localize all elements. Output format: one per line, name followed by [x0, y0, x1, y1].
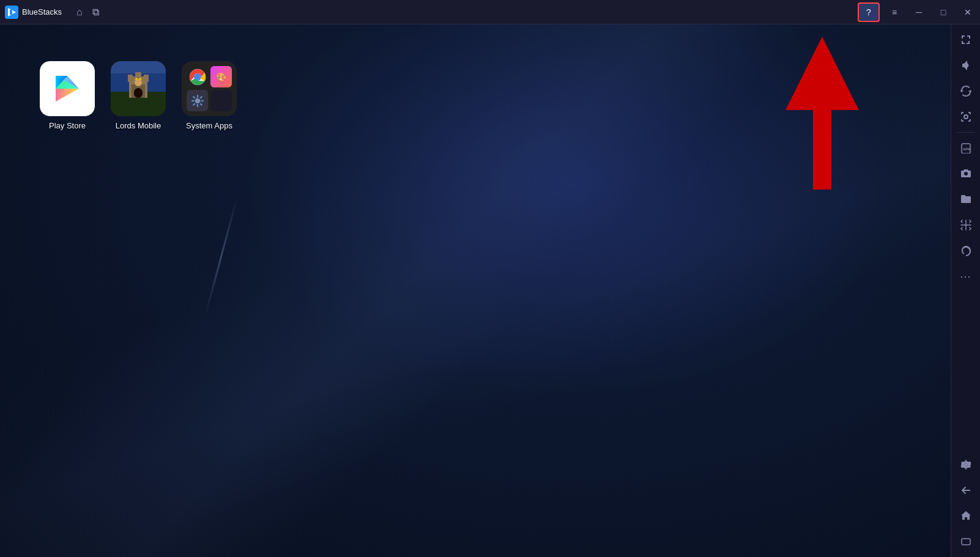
folder-sidebar-icon[interactable] — [954, 187, 978, 212]
titlebar: BlueStacks ⌂ ⧉ ? ≡ ─ □ ✕ — [0, 0, 980, 24]
lords-mobile-icon — [111, 61, 166, 116]
window-controls: ? ≡ ─ □ ✕ — [858, 0, 980, 24]
app-title: BlueStacks — [22, 7, 62, 17]
svg-point-21 — [195, 74, 201, 80]
svg-point-23 — [195, 98, 199, 103]
svg-rect-2 — [10, 10, 12, 15]
titlebar-nav: ⌂ ⧉ — [76, 7, 99, 18]
system-app4-mini — [210, 90, 232, 111]
app-grid: Play Store — [0, 24, 951, 168]
home-nav-icon[interactable]: ⌂ — [76, 7, 83, 18]
screenshot-icon[interactable] — [954, 105, 978, 129]
android-home-sidebar-icon[interactable] — [954, 504, 978, 528]
system-apps-label: System Apps — [186, 121, 232, 131]
system-settings-mini — [187, 90, 208, 111]
app-icon-play-store[interactable]: Play Store — [37, 61, 98, 131]
camera-sidebar-icon[interactable] — [954, 161, 978, 186]
play-store-label: Play Store — [49, 121, 86, 131]
svg-rect-16 — [134, 88, 143, 98]
sidebar-divider-1 — [957, 132, 975, 133]
settings-sidebar-icon[interactable] — [954, 452, 978, 477]
layers-nav-icon[interactable]: ⧉ — [92, 7, 99, 18]
menu-button[interactable]: ≡ — [882, 0, 907, 24]
bluestacks-logo-icon — [5, 6, 18, 19]
system-apps-icon: 🎨 — [182, 61, 237, 116]
play-store-icon — [40, 61, 95, 116]
right-sidebar: APK ··· — [951, 24, 980, 557]
svg-text:APK: APK — [963, 147, 971, 151]
svg-rect-13 — [144, 75, 149, 82]
svg-rect-37 — [962, 539, 970, 545]
rotate-sidebar-icon[interactable] — [954, 79, 978, 103]
lords-mobile-label: Lords Mobile — [116, 121, 161, 131]
back-sidebar-icon[interactable] — [954, 478, 978, 503]
app-icon-lords-mobile[interactable]: Lords Mobile — [108, 61, 169, 131]
emulator-screen: Play Store — [0, 24, 951, 557]
svg-marker-4 — [56, 89, 79, 101]
recents-sidebar-icon[interactable] — [954, 529, 978, 554]
maximize-button[interactable]: □ — [931, 0, 956, 24]
svg-point-17 — [135, 79, 142, 86]
help-button[interactable]: ? — [858, 2, 880, 22]
system-app2-mini: 🎨 — [210, 66, 232, 87]
apk-sidebar-icon[interactable]: APK — [954, 136, 978, 160]
svg-rect-12 — [128, 75, 133, 82]
fullscreen-sidebar-icon[interactable] — [954, 28, 978, 52]
minimize-button[interactable]: ─ — [907, 0, 931, 24]
system-apps-icon-wrapper: 🎨 — [182, 61, 237, 116]
eco-sidebar-icon[interactable] — [954, 238, 978, 263]
volume-sidebar-icon[interactable] — [954, 53, 978, 78]
lords-mobile-icon-wrapper — [111, 61, 166, 116]
light-streak — [204, 197, 238, 316]
svg-point-36 — [964, 463, 967, 467]
more-sidebar-icon[interactable]: ··· — [954, 264, 978, 289]
resize-sidebar-icon[interactable] — [954, 213, 978, 237]
system-chrome-mini — [187, 66, 208, 87]
play-store-svg — [51, 72, 84, 105]
lords-mobile-svg — [111, 61, 166, 116]
app-logo: BlueStacks — [5, 6, 62, 19]
play-store-icon-wrapper — [40, 61, 95, 116]
app-icon-system-apps[interactable]: 🎨 — [179, 61, 240, 131]
close-button[interactable]: ✕ — [956, 0, 980, 24]
main-area: Play Store — [0, 24, 980, 557]
